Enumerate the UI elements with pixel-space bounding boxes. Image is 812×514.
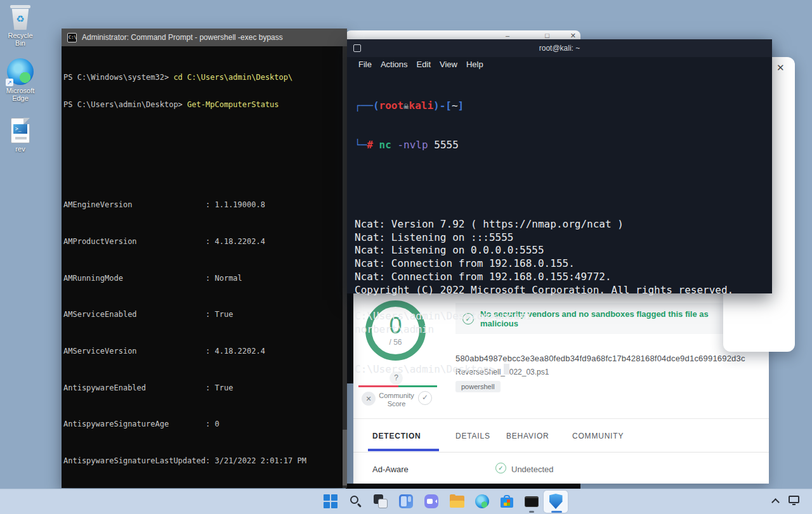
shortcut-arrow-icon: ↗ — [6, 79, 13, 86]
tray-chevron-up-icon[interactable] — [771, 498, 780, 506]
mp-status-row: AMServiceVersion: 4.18.2202.4 — [63, 347, 343, 356]
skull-icon: ☠ — [403, 101, 409, 111]
undetected-check-icon: ✓ — [495, 463, 506, 473]
terminal-cursor — [504, 364, 509, 375]
terminal-line: Ncat: Listening on 0.0.0.0:5555 — [355, 244, 772, 257]
terminal-line: Ncat: Connection from 192.168.0.155:4977… — [355, 271, 772, 284]
mp-status-row: AMEngineVersion: 1.1.19000.8 — [63, 200, 343, 209]
tab-details[interactable]: DETAILS — [455, 432, 490, 440]
recycle-bin-icon: ♻ — [3, 5, 38, 30]
mp-status-row: AntispywareEnabled: True — [63, 383, 343, 392]
menu-item[interactable]: Actions — [381, 60, 408, 69]
mp-status-row: AMRunningMode: Normal — [63, 274, 343, 283]
windows-security-button[interactable] — [545, 491, 566, 512]
recycle-arrows-icon: ♻ — [11, 13, 30, 25]
shield-icon — [549, 494, 563, 509]
av-engine-result: Undetected — [511, 465, 554, 474]
terminal-line: Copyright (C) 2022 Microsoft Corporation… — [355, 284, 772, 297]
tab-behavior[interactable]: BEHAVIOR — [506, 432, 549, 440]
tray-display-icon[interactable] — [789, 496, 799, 503]
widgets-button[interactable] — [395, 491, 417, 512]
terminal-button[interactable] — [521, 491, 542, 512]
widgets-icon — [399, 494, 413, 508]
chat-icon — [424, 494, 438, 508]
cmd-scrollbar-thumb[interactable] — [343, 430, 347, 485]
cmd-terminal-output[interactable]: PS C:\Windows\system32> cd C:\Users\admi… — [62, 46, 343, 488]
kali-output-lines: Ncat: Version 7.92 ( https://nmap.org/nc… — [355, 178, 772, 337]
tab-detection[interactable]: DETECTION — [372, 432, 421, 440]
close-button[interactable]: ✕ — [570, 31, 576, 40]
desktop-icon-microsoft-edge[interactable]: ↗ Microsoft Edge — [3, 58, 38, 102]
terminal-line: Ncat: Version 7.92 ( https://nmap.org/nc… — [355, 218, 772, 231]
tab-community[interactable]: COMMUNITY — [572, 432, 624, 440]
desktop-icon-rev-script[interactable]: >_ rev — [3, 118, 38, 153]
active-tab-indicator — [368, 449, 439, 451]
mp-status-list: AMEngineVersion: 1.1.19000.8 AMProductVe… — [63, 164, 343, 488]
terminal-line — [355, 297, 772, 311]
kali-window-title: root@kali: ~ — [347, 39, 772, 57]
store-icon — [501, 495, 513, 508]
mp-status-row: AMServiceEnabled: True — [63, 310, 343, 319]
terminal-line: C:\Users\admin\Desktop>whoami — [355, 310, 772, 323]
chat-button[interactable] — [421, 491, 442, 512]
background-window-titlebar: – □ ✕ — [346, 30, 580, 40]
minimize-button[interactable]: – — [506, 31, 509, 40]
powershell-file-icon: >_ — [11, 118, 30, 143]
close-icon[interactable]: ✕ — [776, 62, 785, 74]
mp-status-row: AntispywareSignatureAge: 0 — [63, 420, 343, 428]
kali-menubar: FileActionsEditViewHelp — [347, 57, 772, 70]
terminal-line: Ncat: Connection from 192.168.0.155. — [355, 257, 772, 271]
edge-button[interactable] — [471, 491, 493, 512]
terminal-running-indicator — [529, 511, 534, 513]
kali-terminal-window: root@kali: ~ FileActionsEditViewHelp ┌──… — [347, 39, 772, 293]
start-button[interactable] — [320, 491, 341, 512]
folder-icon — [450, 496, 464, 508]
search-button[interactable] — [345, 491, 367, 512]
cmd-scrollbar[interactable] — [343, 46, 347, 488]
desktop-icon-recycle-bin[interactable]: ♻ Recycle Bin — [3, 5, 38, 47]
kali-terminal-output[interactable]: ┌──(root☠kali)-[~] └─# nc -nvlp 5555 Nca… — [347, 70, 772, 402]
edge-logo-icon: ↗ — [7, 58, 34, 85]
menu-item[interactable]: Edit — [417, 60, 431, 69]
mp-status-row: AMProductVersion: 4.18.2202.4 — [63, 237, 343, 246]
file-explorer-button[interactable] — [446, 491, 468, 512]
divider — [353, 452, 769, 453]
desktop-icon-label: Recycle Bin — [3, 32, 38, 47]
menu-item[interactable]: View — [440, 60, 457, 69]
cmd-window-title: Administrator: Command Prompt - powershe… — [82, 33, 283, 42]
edge-icon — [475, 494, 489, 508]
kali-titlebar[interactable]: root@kali: ~ — [347, 39, 772, 57]
cmd-icon: C:\ — [67, 33, 77, 42]
maximize-button[interactable]: □ — [545, 31, 549, 40]
av-engine-name: Ad-Aware — [372, 465, 409, 474]
background-window-bottom-edge — [346, 484, 580, 489]
terminal-line: Ncat: Listening on :::5555 — [355, 231, 772, 245]
divider — [353, 418, 769, 419]
menu-item[interactable]: Help — [466, 60, 483, 69]
desktop-icon-label: Microsoft Edge — [3, 87, 38, 102]
command-prompt-window: C:\ Administrator: Command Prompt - powe… — [62, 29, 347, 488]
taskbar — [0, 489, 812, 514]
menu-item[interactable]: File — [358, 60, 372, 69]
task-view-icon — [374, 494, 388, 508]
search-icon — [349, 494, 363, 508]
terminal-window-icon — [353, 44, 361, 52]
microsoft-store-button[interactable] — [496, 491, 518, 512]
terminal-icon — [525, 496, 539, 507]
mp-status-row: AntispywareSignatureLastUpdated: 3/21/20… — [63, 456, 343, 465]
desktop-icon-label: rev — [3, 145, 38, 153]
desktop: ♻ Recycle Bin ↗ Microsoft Edge >_ rev – … — [0, 0, 812, 514]
windows-logo-icon — [324, 494, 337, 508]
cmd-titlebar[interactable]: C:\ Administrator: Command Prompt - powe… — [62, 29, 347, 46]
terminal-line: norbert\admin — [355, 323, 772, 337]
security-active-indicator — [551, 511, 562, 513]
task-view-button[interactable] — [370, 491, 391, 512]
